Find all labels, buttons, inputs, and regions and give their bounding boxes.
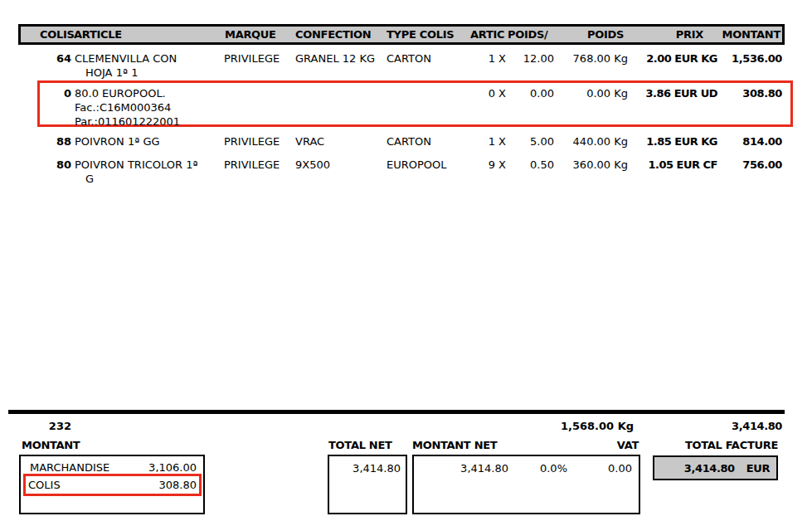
cell-montant: 814.00 <box>703 134 782 149</box>
cell-artic: 9 X <box>456 158 506 172</box>
col-header-prix: PRIX <box>639 28 703 41</box>
montant-net-value: 3,414.80 <box>415 462 508 475</box>
total-net-label: TOTAL NET <box>328 439 392 451</box>
marchandise-label: MARCHANDISE <box>30 461 109 474</box>
montant-net-label: MONTANT NET <box>412 439 497 451</box>
cell-article: CLEMENVILLA CON HOJA 1ª 1 <box>75 51 222 80</box>
col-header-article: ARTICLE <box>74 28 122 41</box>
cell-poids-per: 5.00 <box>511 134 554 149</box>
cell-poids-per: 12.00 <box>511 51 554 66</box>
article-line: G <box>75 172 222 186</box>
colis-total-value: 308.80 <box>100 479 197 491</box>
cell-poids: 768.00 Kg <box>561 51 628 66</box>
article-line: POIVRON 1ª GG <box>75 134 222 149</box>
article-line: CLEMENVILLA CON <box>75 51 222 66</box>
cell-montant: 756.00 <box>703 158 782 172</box>
total-colis: 232 <box>22 419 71 433</box>
cell-confection: VRAC <box>295 134 383 149</box>
cell-article: POIVRON 1ª GG <box>75 134 222 149</box>
article-line: 80.0 EUROPOOL. <box>75 86 222 100</box>
cell-poids-per: 0.00 <box>511 86 554 100</box>
cell-colis: 80 <box>22 158 71 172</box>
article-line: Par.:011601222001 <box>75 114 222 129</box>
cell-type-colis: EUROPOOL <box>387 158 463 172</box>
cell-artic: 1 X <box>456 51 506 66</box>
cell-marque: PRIVILEGE <box>224 158 292 172</box>
cell-marque: PRIVILEGE <box>224 134 292 149</box>
cell-artic: 1 X <box>456 134 506 149</box>
vat-rate: 0.0% <box>514 462 567 475</box>
col-header-artic: ARTIC <box>470 28 504 41</box>
total-poids: 1,568.00 Kg <box>561 419 628 433</box>
cell-poids: 440.00 Kg <box>561 134 628 149</box>
total-facture-currency: EUR <box>746 462 770 475</box>
cell-poids-per: 0.50 <box>511 158 554 172</box>
invoice-document: COLIS ARTICLE MARQUE CONFECTION TYPE COL… <box>0 0 812 521</box>
cell-colis: 88 <box>22 134 71 149</box>
total-facture-label: TOTAL FACTURE <box>654 439 778 451</box>
cell-article: 80.0 EUROPOOL. Fac.:C16M000364 Par.:0116… <box>75 86 222 129</box>
colis-total-label: COLIS <box>28 479 61 491</box>
col-header-confection: CONFECTION <box>295 28 371 41</box>
total-facture-value: 3,414.80 <box>684 462 735 475</box>
marchandise-value: 3,106.00 <box>100 461 197 474</box>
cell-poids: 360.00 Kg <box>561 158 628 172</box>
total-facture-box: 3,414.80 EUR <box>653 455 778 480</box>
col-header-marque: MARQUE <box>225 28 276 41</box>
col-header-type-colis: TYPE COLIS <box>387 28 454 41</box>
total-net-value: 3,414.80 <box>329 462 401 475</box>
cell-article: POIVRON TRICOLOR 1ª G <box>75 158 222 186</box>
article-line: HOJA 1ª 1 <box>75 66 222 80</box>
montant-section-label: MONTANT <box>22 439 80 451</box>
article-line: Fac.:C16M000364 <box>75 100 222 114</box>
cell-montant: 308.80 <box>703 86 782 100</box>
cell-type-colis: CARTON <box>387 134 463 149</box>
cell-artic: 0 X <box>456 86 506 100</box>
cell-montant: 1,536.00 <box>703 51 782 66</box>
col-header-colis: COLIS <box>40 28 75 41</box>
cell-type-colis: CARTON <box>387 51 463 66</box>
col-header-poids-per: POIDS/ <box>508 28 548 41</box>
cell-confection: GRANEL 12 KG <box>295 51 383 66</box>
cell-poids: 0.00 Kg <box>561 86 628 100</box>
vat-label: VAT <box>581 439 639 451</box>
vat-value: 0.00 <box>564 462 632 475</box>
cell-colis: 64 <box>22 51 71 66</box>
cell-marque: PRIVILEGE <box>224 51 292 66</box>
totals-divider <box>8 410 785 414</box>
cell-confection: 9X500 <box>295 158 383 172</box>
cell-colis: 0 <box>22 86 71 100</box>
article-line: POIVRON TRICOLOR 1ª <box>75 158 222 172</box>
col-header-montant: MONTANT <box>703 28 780 41</box>
col-header-poids: POIDS <box>561 28 624 41</box>
total-montant: 3,414.80 <box>703 419 782 433</box>
